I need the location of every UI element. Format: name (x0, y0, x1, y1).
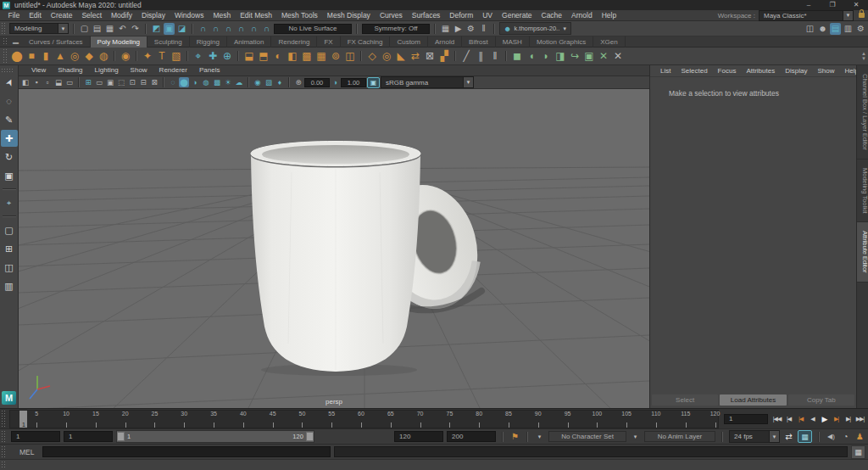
view-transform-icon[interactable]: ▣ (367, 77, 380, 88)
offset-edge-loop-icon[interactable]: ‖ (488, 49, 502, 64)
shelf-options-icon[interactable]: ▬ (9, 39, 22, 45)
isolate-select-icon[interactable]: ◉ (253, 77, 263, 87)
live-surface-field[interactable]: No Live Surface (274, 24, 352, 34)
side-tab-channel-box-layer-editor[interactable]: Channel Box / Layer Editor (857, 65, 868, 159)
shelf-tab-motion-graphics[interactable]: Motion Graphics (530, 36, 593, 48)
ae-menu-show[interactable]: Show (812, 65, 839, 76)
timeline-ruler[interactable]: 1 51015202530354045505560657075808590951… (9, 410, 719, 428)
scale-tool-icon[interactable]: ▣ (1, 167, 18, 184)
two-pane-layout-icon[interactable]: ◫ (1, 259, 18, 276)
insert-edge-loop-icon[interactable]: ∥ (474, 49, 487, 64)
snap-grid-icon[interactable]: ∩ (198, 23, 209, 35)
single-pane-layout-icon[interactable]: ▢ (1, 221, 18, 238)
shelf-tab-mash[interactable]: MASH (496, 36, 530, 48)
shelf-tab-rigging[interactable]: Rigging (190, 36, 227, 48)
menu-edit-mesh[interactable]: Edit Mesh (236, 10, 277, 21)
menu-cache[interactable]: Cache (537, 10, 567, 21)
reduce-icon[interactable]: ⊠ (423, 49, 437, 64)
view-transform-dropdown[interactable]: sRGB gamma ▼ (381, 76, 474, 88)
minimize-button[interactable]: – (797, 0, 821, 10)
playback-start-field[interactable]: 1 (64, 431, 113, 442)
make-symmetric-icon[interactable]: ▣ (582, 49, 596, 64)
side-tab-attribute-editor[interactable]: Attribute Editor (857, 222, 868, 283)
lock-camera-icon[interactable]: ▪ (31, 77, 42, 87)
drag-grip[interactable] (1, 461, 7, 469)
evaluation-mode-icon[interactable]: ♟ (854, 431, 865, 443)
poly-plane-icon[interactable]: ◆ (82, 49, 96, 64)
cached-playback-icon[interactable]: ◔ (840, 431, 851, 443)
ae-menu-selected[interactable]: Selected (676, 65, 712, 76)
shelf-scrollbar[interactable]: ▲▼ (860, 51, 868, 61)
viewport-menu-panels[interactable]: Panels (193, 65, 225, 76)
range-slider[interactable]: 1 120 (116, 430, 314, 443)
save-scene-icon[interactable]: ▦ (104, 23, 115, 35)
film-gate-icon[interactable]: ▭ (94, 77, 104, 87)
snap-projected-center-icon[interactable]: ∩ (236, 23, 247, 35)
command-language-label[interactable]: MEL (11, 448, 39, 456)
last-tool-icon[interactable]: ⌖ (1, 194, 18, 211)
shelf-tab-custom[interactable]: Custom (390, 36, 428, 48)
viewport-menu-shading[interactable]: Shading (52, 65, 88, 76)
drag-grip[interactable] (1, 445, 7, 458)
script-editor-icon[interactable]: ▦ (851, 445, 865, 459)
separate-icon[interactable]: ⬒ (257, 49, 270, 64)
retopologize-icon[interactable]: ▞ (437, 49, 451, 64)
select-button[interactable]: Select (652, 394, 718, 406)
range-end-handle[interactable] (306, 432, 314, 441)
fold-icon[interactable]: ◣ (394, 49, 408, 64)
attribute-editor-toggle-icon[interactable]: ▥ (843, 23, 854, 35)
delete-history-icon[interactable]: ✕ (597, 49, 610, 64)
soften-edge-icon[interactable]: ◖ (525, 49, 538, 64)
menu-help[interactable]: Help (597, 10, 620, 21)
use-default-material-icon[interactable]: ◍ (201, 77, 211, 87)
lock-icon[interactable] (859, 13, 865, 18)
auto-key-toggle-icon[interactable]: ▦ (798, 430, 812, 443)
viewport-menu-lighting[interactable]: Lighting (89, 65, 125, 76)
ae-menu-focus[interactable]: Focus (713, 65, 742, 76)
spin-edge-icon[interactable]: ⇄ (409, 49, 422, 64)
menu-edit[interactable]: Edit (25, 10, 47, 21)
account-widget[interactable]: ☻ k.thompson-20.. ▼ (499, 22, 571, 35)
move-to-origin-icon[interactable]: ⊕ (220, 49, 234, 64)
svg-tool-icon[interactable]: ▧ (170, 49, 183, 64)
shelf-tab-fx[interactable]: FX (317, 36, 340, 48)
menu-generate[interactable]: Generate (498, 10, 537, 21)
select-object-icon[interactable]: ▣ (164, 23, 175, 35)
shelf-tab-bifrost[interactable]: Bifrost (462, 36, 496, 48)
harden-edge-icon[interactable]: ◗ (539, 49, 553, 64)
current-frame-field[interactable]: 1 (724, 414, 768, 424)
go-to-start-button[interactable]: |◀◀ (771, 413, 782, 425)
duplicate-special-icon[interactable]: ◫ (343, 49, 357, 64)
textured-display-icon[interactable]: ◑ (190, 77, 200, 87)
modeling-toolkit-toggle-icon[interactable]: ◫ (804, 23, 815, 35)
chevron-down-icon[interactable]: ▼ (769, 431, 779, 442)
fps-dropdown[interactable]: 24 fps ▼ (729, 430, 780, 443)
xray-joints-icon[interactable]: ♦ (275, 77, 285, 87)
maximize-button[interactable]: ❐ (821, 0, 844, 10)
ae-menu-attributes[interactable]: Attributes (741, 65, 780, 76)
range-start-handle[interactable] (117, 432, 125, 441)
menu-select[interactable]: Select (77, 10, 107, 21)
new-scene-icon[interactable]: ▢ (79, 23, 90, 35)
undo-icon[interactable]: ↶ (117, 23, 128, 35)
move-tool-icon[interactable]: ✚ (1, 130, 18, 147)
quad-draw-icon[interactable]: ↪ (568, 49, 581, 64)
menu-create[interactable]: Create (46, 10, 77, 21)
smooth-icon[interactable]: ⊚ (329, 49, 342, 64)
image-plane-icon[interactable]: ▭ (64, 77, 75, 87)
anim-end-field[interactable]: 200 (447, 431, 496, 442)
make-live-icon[interactable]: ∩ (261, 23, 272, 35)
load-attributes-button[interactable]: Load Attributes (720, 394, 786, 406)
chevron-down-icon[interactable]: ▼ (463, 77, 473, 87)
pause-viewport-icon[interactable]: ‖ (478, 23, 489, 35)
wireframe-display-icon[interactable]: ◌ (168, 77, 178, 87)
drag-grip[interactable] (3, 48, 8, 64)
center-pivot-icon[interactable]: ✕ (611, 49, 625, 64)
arrow-down-icon[interactable]: ▼ (861, 56, 866, 61)
gate-mask-icon[interactable]: ⬚ (116, 77, 126, 87)
loop-toggle-icon[interactable]: ⇄ (783, 431, 794, 443)
menu-modify[interactable]: Modify (107, 10, 137, 21)
humanik-toggle-icon[interactable]: ☻ (817, 23, 828, 35)
menu-mesh-display[interactable]: Mesh Display (322, 10, 375, 21)
paint-select-tool-icon[interactable]: ✎ (1, 111, 18, 128)
